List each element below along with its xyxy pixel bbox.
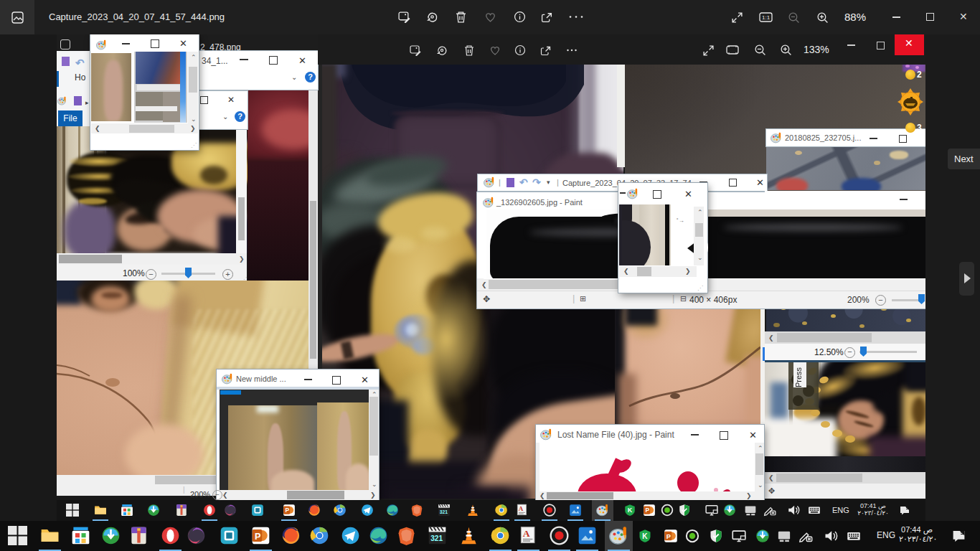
svg-text:A: A xyxy=(519,505,524,512)
svg-text:P: P xyxy=(645,507,649,514)
svg-text:K: K xyxy=(642,532,648,540)
svg-text:P: P xyxy=(255,532,260,542)
svg-text:A: A xyxy=(523,528,530,539)
svg-text:P: P xyxy=(666,533,671,540)
svg-text:1:1: 1:1 xyxy=(762,14,771,21)
svg-text:321: 321 xyxy=(430,534,443,542)
svg-text:K: K xyxy=(628,507,633,514)
svg-text:P: P xyxy=(285,507,289,514)
svg-text:321: 321 xyxy=(440,509,448,514)
